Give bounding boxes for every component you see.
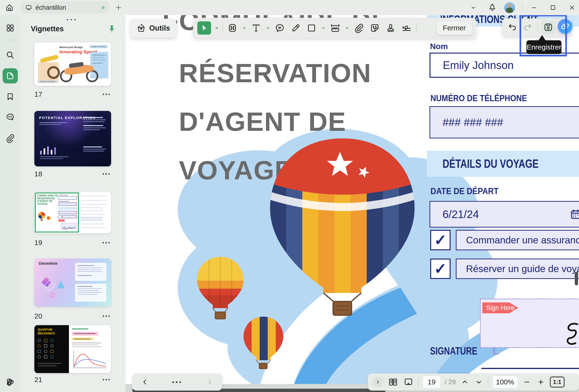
select-tool-button[interactable]	[197, 21, 211, 35]
notifications-button[interactable]	[487, 2, 498, 13]
new-tab-button[interactable]	[113, 2, 124, 13]
search-icon	[5, 50, 15, 60]
undo-button[interactable]	[506, 21, 518, 33]
balloons-art	[126, 15, 579, 392]
chevron-down-icon	[470, 4, 476, 11]
thumbnail-page-17[interactable]: Design Inspiration Motorcycle Design Inn…	[34, 42, 111, 86]
close-button[interactable]	[567, 2, 577, 13]
minimize-button[interactable]	[529, 2, 539, 13]
fermer-button[interactable]: Fermer	[437, 21, 472, 35]
select-chevron[interactable]	[214, 25, 219, 31]
measure-chevron[interactable]	[345, 26, 350, 30]
thumb17-row: 17	[34, 89, 111, 99]
page-number: 18	[34, 170, 42, 178]
attachment-tool-button[interactable]	[353, 21, 365, 35]
thumb17-badge2: Design Inspiration	[38, 80, 58, 83]
signature-icon	[401, 22, 412, 33]
minimize-icon	[531, 4, 537, 11]
prev-page-button[interactable]	[140, 377, 150, 387]
more-icon[interactable]	[103, 315, 111, 317]
document-canvas: FORMULAIRE DE RÉSERVATION D'AGENT DE VOY…	[126, 15, 579, 392]
window-menu-button[interactable]	[468, 2, 479, 13]
document-tab[interactable]: échantillon	[21, 2, 109, 13]
more-icon[interactable]	[103, 379, 111, 380]
shape-chevron[interactable]	[321, 26, 326, 30]
outils-button[interactable]: Outils	[130, 19, 176, 38]
thumb20-panel1	[75, 263, 106, 281]
zoom-in-button[interactable]	[536, 377, 546, 387]
avatar-face	[508, 4, 511, 7]
panel-drag-handle[interactable]	[67, 19, 76, 20]
page-up-button[interactable]	[460, 377, 470, 387]
more-icon[interactable]	[103, 173, 111, 175]
page-number: 19	[34, 239, 42, 247]
home-button[interactable]	[4, 2, 15, 13]
thumb17-wheel-sketch	[47, 66, 60, 79]
thumb20-heading: Géométrie	[39, 261, 57, 266]
zoom-level[interactable]: 100%	[492, 376, 518, 389]
more-icon[interactable]	[103, 94, 111, 95]
avatar[interactable]	[504, 2, 515, 13]
comment-icon	[5, 112, 15, 122]
actual-size-button[interactable]: 1:1	[550, 377, 565, 388]
vertical-scroll-thumb[interactable]	[575, 272, 578, 285]
comment-bubble-icon	[275, 23, 285, 33]
stamp-icon	[386, 23, 396, 33]
thumbnail-page-19-selected[interactable]: FORMULAIRE DE RÉSERVATION D'AGENT DE VOY…	[34, 192, 111, 234]
pencil-tool-button[interactable]	[289, 21, 302, 35]
sticker-tool-button[interactable]	[368, 21, 381, 35]
thumbnail-page-20[interactable]: Géométrie	[34, 259, 111, 307]
text-tool-button[interactable]	[250, 21, 263, 35]
color-swatches-icon	[5, 378, 15, 387]
highlight-tool-button[interactable]	[226, 21, 239, 35]
sidebar-item-apps[interactable]	[5, 23, 15, 33]
thumb17-sticker	[40, 55, 59, 63]
maximize-icon	[550, 4, 556, 11]
thumbnail-page-21[interactable]: QUANTUM MECHANICS	[34, 325, 111, 373]
stamp-tool-button[interactable]	[384, 21, 397, 35]
zoom-out-button[interactable]	[522, 377, 532, 387]
thumb17-badge: Design Inspiration	[90, 45, 108, 48]
undo-icon	[507, 22, 517, 32]
page-layout-button[interactable]	[387, 376, 399, 388]
sidebar-item-thumbnails[interactable]	[2, 68, 18, 83]
page-number-input[interactable]: 19	[423, 376, 441, 389]
fermer-label: Fermer	[443, 24, 466, 32]
titlebar-separator	[522, 3, 523, 12]
close-icon	[569, 4, 575, 11]
thumb18-mini-chart	[40, 144, 61, 155]
sidebar-item-bookmarks[interactable]	[5, 91, 15, 102]
highlight-chevron[interactable]	[242, 26, 247, 30]
text-chevron[interactable]	[266, 26, 270, 30]
next-page-button[interactable]	[205, 377, 214, 387]
sidebar-item-search[interactable]	[5, 50, 15, 60]
presentation-button[interactable]	[403, 376, 414, 388]
thumb20-ring	[50, 293, 55, 298]
page-down-button[interactable]	[474, 377, 484, 387]
thumb20-row: 20	[34, 312, 111, 321]
sidebar-item-swatches[interactable]	[5, 377, 15, 388]
page-number: 20	[34, 312, 42, 320]
pin-panel-button[interactable]	[106, 23, 118, 35]
grid-icon	[5, 23, 15, 33]
comment-tool-button[interactable]	[273, 21, 286, 35]
maximize-button[interactable]	[548, 2, 558, 13]
thumbnail-page-18[interactable]: POTENTIAL EXPLORATION	[34, 111, 111, 166]
save-tooltip: Enregistrer	[526, 40, 562, 54]
paperclip-icon	[354, 23, 364, 33]
sticker-icon	[370, 23, 380, 33]
ruler-icon	[330, 23, 340, 33]
signature-tool-button[interactable]	[400, 21, 413, 35]
status-separator	[488, 377, 488, 387]
more-icon[interactable]	[103, 242, 111, 243]
page-icon	[5, 71, 15, 80]
sidebar-item-attachments[interactable]	[5, 133, 15, 143]
measure-tool-button[interactable]	[329, 21, 342, 35]
more-pages-icon[interactable]	[172, 381, 182, 383]
sidebar-item-comments[interactable]	[5, 112, 15, 122]
thumb21-symbols	[38, 339, 54, 358]
expand-toolbar-button[interactable]	[372, 377, 383, 388]
toolbox-icon	[137, 23, 146, 33]
shape-tool-button[interactable]	[305, 21, 318, 35]
page-nav-pill	[132, 374, 222, 391]
